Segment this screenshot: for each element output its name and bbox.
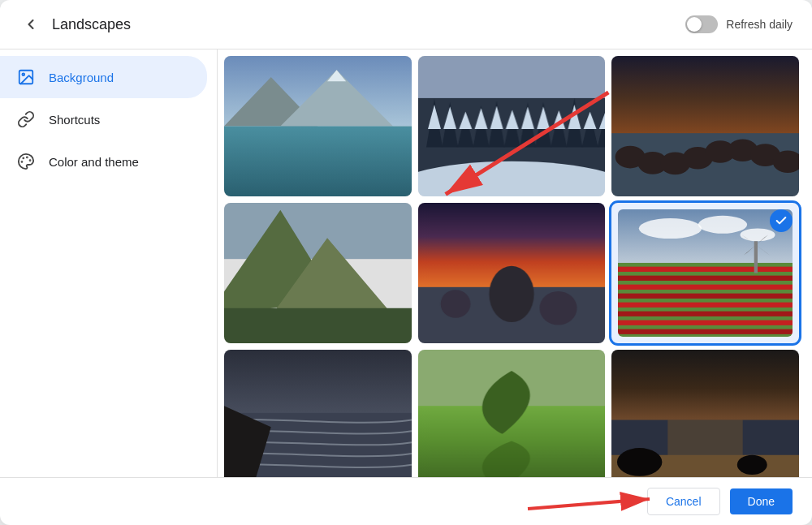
- image-cell-6-selected[interactable]: [611, 203, 799, 343]
- svg-point-1: [22, 73, 24, 75]
- sidebar: Background Shortcuts: [0, 49, 218, 477]
- landscape-8: [418, 350, 606, 477]
- image-grid-scroll[interactable]: [218, 49, 812, 477]
- landscape-2: [418, 56, 606, 196]
- image-icon: [16, 67, 36, 87]
- svg-point-2: [27, 157, 28, 158]
- sidebar-item-shortcuts[interactable]: Shortcuts: [0, 98, 207, 140]
- body: Background Shortcuts: [0, 49, 812, 477]
- footer: Cancel Done: [0, 477, 812, 525]
- sidebar-item-label-color-theme: Color and theme: [49, 155, 139, 169]
- image-cell-8[interactable]: [418, 350, 606, 477]
- sidebar-item-label-background: Background: [49, 71, 114, 84]
- image-cell-5[interactable]: [418, 203, 606, 343]
- dialog: Landscapes Refresh daily Background: [0, 0, 812, 525]
- red-arrow-2-svg: [520, 484, 682, 517]
- sidebar-item-background[interactable]: Background: [0, 56, 207, 98]
- landscape-5: [418, 203, 606, 343]
- image-cell-4[interactable]: [224, 203, 412, 343]
- landscape-7: [224, 350, 412, 477]
- image-cell-7[interactable]: [224, 350, 412, 477]
- link-icon: [16, 110, 36, 129]
- refresh-daily-toggle[interactable]: [685, 15, 718, 33]
- done-button[interactable]: Done: [730, 488, 793, 514]
- landscape-9: [611, 350, 799, 477]
- svg-point-5: [22, 161, 23, 162]
- svg-line-7: [528, 499, 650, 509]
- sidebar-item-label-shortcuts: Shortcuts: [49, 113, 100, 127]
- back-button[interactable]: [19, 13, 42, 36]
- palette-icon: [16, 152, 36, 171]
- image-cell-2[interactable]: [418, 56, 606, 196]
- refresh-daily-label: Refresh daily: [726, 18, 793, 31]
- header: Landscapes Refresh daily: [0, 0, 812, 49]
- svg-point-3: [30, 160, 31, 161]
- landscape-6: [618, 209, 793, 337]
- landscape-4: [224, 203, 412, 343]
- image-cell-9[interactable]: [611, 350, 799, 477]
- image-grid: [224, 56, 799, 477]
- image-cell-3[interactable]: [611, 56, 799, 196]
- svg-point-4: [23, 157, 24, 158]
- refresh-daily-container: Refresh daily: [685, 15, 793, 33]
- selected-checkmark: [770, 209, 793, 232]
- page-title: Landscapes: [52, 16, 685, 33]
- image-cell-1[interactable]: [224, 56, 412, 196]
- landscape-1: [224, 56, 412, 196]
- landscape-3: [611, 56, 799, 196]
- content-area: [218, 49, 812, 477]
- sidebar-item-color-theme[interactable]: Color and theme: [0, 140, 207, 183]
